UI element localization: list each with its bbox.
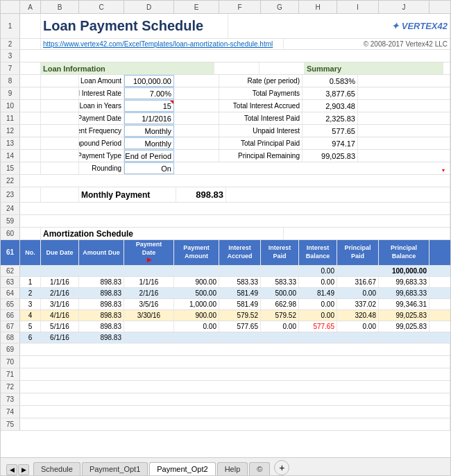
unpaid-interest-label: Unpaid Interest <box>219 125 303 137</box>
payment-freq-label: Payment Frequency <box>79 125 124 137</box>
row-3: 3 <box>1 50 450 62</box>
row-71: 71 <box>1 368 450 381</box>
col-header-c: C <box>79 1 124 13</box>
amort-row-4: 66 4 4/1/16 898.83 3/30/16 900.00 579.52… <box>1 310 450 321</box>
tab-nav-prev[interactable]: ◀ <box>6 464 17 475</box>
summary-header: Summary <box>305 62 443 74</box>
col-interest-paid-header: InterestPaid <box>261 240 299 265</box>
payment-freq-value[interactable]: Monthly <box>124 125 174 137</box>
term-label: Term of Loan in Years <box>79 100 124 112</box>
amort-row-5: 67 5 5/1/16 898.83 0.00 577.65 0.00 577.… <box>1 321 450 332</box>
row-73: 73 <box>1 393 450 406</box>
row-72: 72 <box>1 381 450 393</box>
rate-value: 0.583% <box>303 75 358 87</box>
loan-info-header: Loan Information <box>41 62 214 74</box>
interest-rate-label: Annual Interest Rate <box>79 87 124 99</box>
col-header-h: H <box>299 1 337 13</box>
row-70: 70 <box>1 356 450 368</box>
website-link[interactable]: https://www.vertex42.com/ExcelTemplates/… <box>41 39 284 49</box>
first-payment-date-label: First Payment Date <box>79 112 124 124</box>
col-principal-balance-header: PrincipalBalance <box>379 240 429 265</box>
row-15: 15 Rounding On ▾ <box>1 162 450 175</box>
col-interest-balance-header: InterestBalance <box>299 240 337 265</box>
interest-rate-value[interactable]: 7.00% <box>124 87 174 99</box>
compound-period-value[interactable]: Monthly <box>124 137 174 149</box>
payment-type-label: Payment Type <box>79 150 124 162</box>
amort-row-6: 68 6 6/1/16 898.83 <box>1 332 450 343</box>
row-62: 62 0.00 100,000.00 <box>1 266 450 277</box>
col-header-a: A <box>20 1 41 13</box>
row-1: 1 Loan Payment Schedule ✦ VERTEX42 <box>1 14 450 39</box>
col-header-f: F <box>219 1 261 13</box>
rounding-label: Rounding <box>79 162 124 174</box>
total-principal-paid-value: 974.17 <box>303 137 358 149</box>
col-payment-amount-header: PaymentAmount <box>174 240 219 265</box>
row-60: 60 Amortization Schedule <box>1 228 450 240</box>
spreadsheet-container: A B C D E F G H I J 1 Loan Payment Sched… <box>0 0 451 476</box>
monthly-payment-value: 898.83 <box>176 187 226 202</box>
row-11: 11 First Payment Date 1/1/2016 Total Int… <box>1 112 450 125</box>
row-69: 69 <box>1 343 450 356</box>
payment-type-value[interactable]: End of Period <box>124 150 174 162</box>
principal-remaining-value: 99,025.83 <box>303 150 358 162</box>
row-24: 24 <box>1 203 450 215</box>
col-header-b: B <box>41 1 79 13</box>
tab-nav-next[interactable]: ▶ <box>18 464 29 475</box>
col-no-header: No. <box>20 240 41 265</box>
rounding-value[interactable]: On <box>124 162 174 174</box>
logo-cell: ✦ VERTEX42 <box>228 14 450 38</box>
row-12: 12 Payment Frequency Monthly Unpaid Inte… <box>1 125 450 137</box>
tab-schedule[interactable]: Schedule <box>33 462 80 475</box>
amort-section-label: Amortization Schedule <box>41 228 284 239</box>
tab-add-button[interactable]: + <box>274 460 289 475</box>
opening-interest-balance: 0.00 <box>299 266 337 276</box>
row-8: 8 Loan Amount 100,000.00 Rate (per perio… <box>1 75 450 87</box>
col-principal-paid-header: PrincipalPaid <box>337 240 379 265</box>
column-headers: A B C D E F G H I J <box>1 1 450 14</box>
row-74: 74 <box>1 406 450 418</box>
row-9: 9 Annual Interest Rate 7.00% Total Payme… <box>1 87 450 100</box>
row-22: 22 <box>1 175 450 187</box>
total-interest-paid-value: 2,325.83 <box>303 112 358 124</box>
tab-bar: ◀ ▶ Schedule Payment_Opt1 Payment_Opt2 H… <box>1 457 450 475</box>
unpaid-interest-value: 577.65 <box>303 125 358 137</box>
loan-amount-value[interactable]: 100,000.00 <box>124 75 174 87</box>
tab-help[interactable]: Help <box>217 462 248 475</box>
cell-1a <box>20 14 41 38</box>
row-13: 13 Compound Period Monthly Total Princip… <box>1 137 450 150</box>
total-principal-paid-label: Total Principal Paid <box>219 137 303 149</box>
row-23: 23 Monthly Payment 898.83 <box>1 187 450 203</box>
monthly-payment-label: Monthly Payment <box>79 187 176 202</box>
col-header-g: G <box>261 1 299 13</box>
tab-copyright[interactable]: © <box>249 462 270 475</box>
title-cell: Loan Payment Schedule <box>41 14 228 38</box>
row-59: 59 <box>1 215 450 228</box>
rate-label: Rate (per period) <box>219 75 303 87</box>
col-interest-accrued-header: InterestAccrued <box>219 240 261 265</box>
tab-payment-opt2[interactable]: Payment_Opt2 <box>149 462 215 476</box>
row-2: 2 https://www.vertex42.com/ExcelTemplate… <box>1 39 450 50</box>
logo-text: ✦ VERTEX42 <box>391 21 448 31</box>
total-interest-accrued-label: Total Interest Accrued <box>219 100 303 112</box>
row-61: 61 No. Due Date Amount Due PaymentDate ▶… <box>1 240 450 266</box>
total-interest-accrued-value: 2,903.48 <box>303 100 358 112</box>
compound-period-label: Compound Period <box>79 137 124 149</box>
principal-remaining-label: Principal Remaining <box>219 150 303 162</box>
term-value[interactable]: 15 <box>124 100 174 112</box>
grid-scroll-area[interactable]: 1 Loan Payment Schedule ✦ VERTEX42 2 htt… <box>1 14 450 457</box>
total-payments-label: Total Payments <box>219 87 303 99</box>
col-header-e: E <box>174 1 219 13</box>
col-amount-due-header: Amount Due <box>79 240 124 265</box>
col-payment-date-header: PaymentDate ▶ <box>124 240 174 265</box>
tab-payment-opt1[interactable]: Payment_Opt1 <box>82 462 148 475</box>
row-7: 7 Loan Information Summary <box>1 62 450 75</box>
total-interest-paid-label: Total Interest Paid <box>219 112 303 124</box>
amort-row-3: 65 3 3/1/16 898.83 3/5/16 1,000.00 581.4… <box>1 299 450 310</box>
col-header-j: J <box>379 1 429 13</box>
row-14: 14 Payment Type End of Period Principal … <box>1 150 450 162</box>
col-due-date-header: Due Date <box>41 240 79 265</box>
row-75: 75 <box>1 418 450 431</box>
amort-row-2: 64 2 2/1/16 898.83 2/1/16 500.00 581.49 … <box>1 288 450 299</box>
first-payment-date-value[interactable]: 1/1/2016 <box>124 112 174 124</box>
opening-principal-balance: 100,000.00 <box>379 266 429 276</box>
